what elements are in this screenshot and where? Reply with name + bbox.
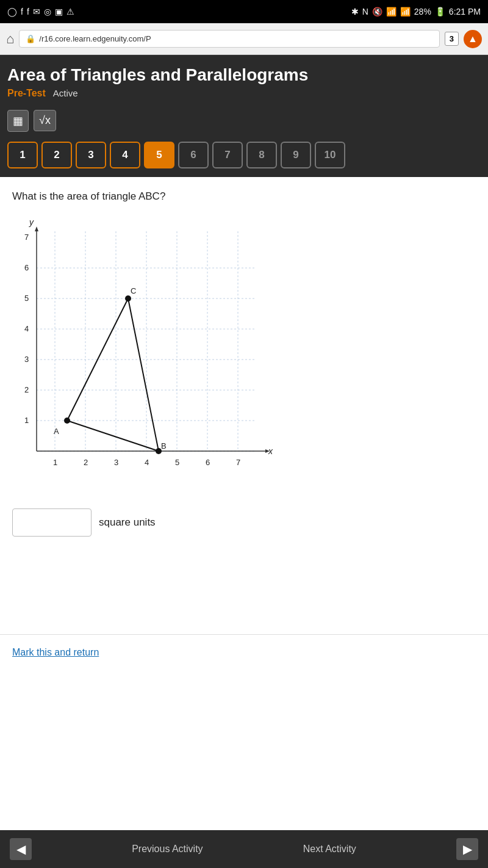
y-tick-4: 4: [24, 324, 29, 333]
toolbar: ▦ √x: [0, 105, 488, 137]
facebook2-icon: f: [27, 7, 29, 16]
triangle-abc: [67, 298, 159, 451]
question-btn-7[interactable]: 7: [212, 142, 243, 168]
up-button[interactable]: ▲: [464, 30, 482, 48]
y-tick-5: 5: [24, 294, 29, 303]
next-arrow-button[interactable]: ▶: [456, 838, 478, 860]
page-header: Area of Triangles and Parallelograms Pre…: [0, 55, 488, 105]
x-axis-label: x: [268, 446, 273, 456]
units-label: square units: [99, 516, 156, 529]
battery-icon: 🔋: [435, 7, 445, 16]
y-axis-label: y: [29, 217, 34, 227]
label-b: B: [161, 441, 167, 450]
x-tick-1: 1: [53, 458, 57, 467]
mute-icon: 🔇: [372, 7, 382, 16]
y-tick-6: 6: [24, 263, 29, 272]
facebook-icon: f: [21, 7, 23, 16]
question-btn-2[interactable]: 2: [41, 142, 72, 168]
answer-input[interactable]: [12, 508, 92, 537]
status-icons-right: ✱ N 🔇 📶 📶 28% 🔋 6:21 PM: [351, 7, 481, 16]
time-text: 6:21 PM: [449, 7, 481, 16]
instagram-icon: ◎: [44, 7, 51, 16]
question-nav: 1 2 3 4 5 6 7 8 9 10: [0, 137, 488, 177]
answer-section: square units: [12, 508, 476, 537]
x-tick-5: 5: [175, 458, 179, 467]
n-icon: N: [362, 7, 368, 16]
calculator-icon: ▦: [13, 114, 23, 128]
graph-container: x y 1 2 3 4 5 6 7 1 2 3 4 5 6 7: [12, 213, 476, 496]
y-tick-7: 7: [24, 233, 29, 242]
address-bar[interactable]: 🔒 /r16.core.learn.edgenuity.com/P: [19, 30, 439, 48]
x-tick-4: 4: [145, 458, 149, 467]
question-btn-8[interactable]: 8: [246, 142, 277, 168]
mail-icon: ✉: [33, 7, 40, 16]
calculator-button[interactable]: ▦: [7, 110, 29, 132]
y-tick-1: 1: [24, 416, 29, 425]
question-btn-5[interactable]: 5: [144, 142, 174, 168]
url-text: /r16.core.learn.edgenuity.com/P: [39, 34, 151, 43]
point-c: [125, 295, 131, 302]
coordinate-graph: x y 1 2 3 4 5 6 7 1 2 3 4 5 6 7: [12, 213, 274, 494]
y-tick-2: 2: [24, 385, 29, 394]
wifi-icon: 📶: [386, 7, 396, 16]
question-btn-6[interactable]: 6: [178, 142, 209, 168]
x-tick-3: 3: [114, 458, 118, 467]
formula-icon: √x: [39, 114, 51, 127]
y-tick-3: 3: [24, 355, 29, 364]
question-text: What is the area of triangle ABC?: [12, 189, 476, 204]
messenger-icon: ◯: [7, 7, 17, 16]
battery-text: 28%: [414, 7, 431, 16]
label-a: A: [54, 427, 59, 436]
x-tick-7: 7: [236, 458, 240, 467]
prev-arrow-button[interactable]: ◀: [10, 838, 32, 860]
image-icon: ▣: [55, 7, 63, 16]
browser-bar: ⌂ 🔒 /r16.core.learn.edgenuity.com/P 3 ▲: [0, 23, 488, 55]
main-content: What is the area of triangle ABC?: [0, 177, 488, 635]
next-activity-label: Next Activity: [303, 844, 356, 855]
question-btn-1[interactable]: 1: [7, 142, 38, 168]
status-bar: ◯ f f ✉ ◎ ▣ ⚠ ✱ N 🔇 📶 📶 28% 🔋 6:21 PM: [0, 0, 488, 23]
page-subtitle: Pre-Test Active: [7, 88, 481, 99]
formula-button[interactable]: √x: [34, 110, 56, 131]
page-title: Area of Triangles and Parallelograms: [7, 65, 481, 85]
tab-count[interactable]: 3: [445, 32, 459, 46]
status-icons-left: ◯ f f ✉ ◎ ▣ ⚠: [7, 7, 74, 16]
x-tick-2: 2: [84, 458, 88, 467]
mark-return-section: Mark this and return: [0, 635, 488, 670]
bottom-nav: ◀ Previous Activity Next Activity ▶: [0, 830, 488, 868]
svg-marker-17: [35, 226, 38, 231]
home-icon[interactable]: ⌂: [6, 31, 14, 47]
point-a: [64, 418, 70, 424]
lock-icon: 🔒: [26, 34, 35, 43]
question-btn-4[interactable]: 4: [110, 142, 140, 168]
mark-return-link[interactable]: Mark this and return: [12, 647, 99, 657]
signal-icon: 📶: [400, 7, 411, 16]
active-label: Active: [53, 88, 78, 98]
alert-icon: ⚠: [66, 7, 74, 16]
question-btn-3[interactable]: 3: [76, 142, 106, 168]
x-tick-6: 6: [206, 458, 210, 467]
prev-activity-label: Previous Activity: [132, 844, 203, 855]
question-btn-10[interactable]: 10: [315, 142, 345, 168]
question-btn-9[interactable]: 9: [281, 142, 311, 168]
label-c: C: [131, 286, 136, 295]
pre-test-label: Pre-Test: [7, 88, 46, 99]
bluetooth-icon: ✱: [351, 7, 359, 16]
